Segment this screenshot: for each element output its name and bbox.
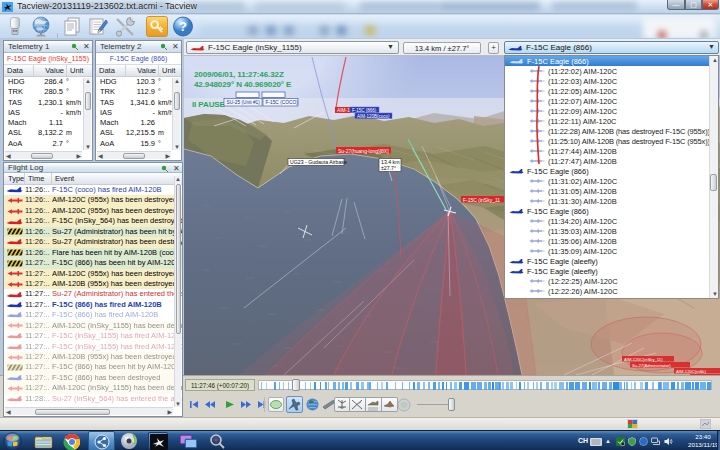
svg-text:±27.7°: ±27.7° — [381, 165, 396, 171]
svg-text:42.948029° N 40.969020° E: 42.948029° N 40.969020° E — [194, 80, 292, 89]
svg-text:AIM-120C(inSk): AIM-120C(inSk) — [676, 369, 706, 374]
svg-text:AIM-120B(coco): AIM-120B(coco) — [357, 114, 390, 119]
svg-text:F-15C (866): F-15C (866) — [352, 108, 377, 113]
svg-text:AIM-1: AIM-1 — [337, 108, 350, 113]
svg-text:Su-27(huang-long)[8X]: Su-27(huang-long)[8X] — [338, 148, 389, 154]
svg-text:SU-25 (Unit #1): SU-25 (Unit #1) — [227, 100, 261, 105]
svg-text:2009/06/01, 11:27:46.32Z: 2009/06/01, 11:27:46.32Z — [194, 70, 284, 79]
svg-text:UG23 - Gudauta Airbase: UG23 - Gudauta Airbase — [290, 159, 347, 165]
svg-text:II PAUSE: II PAUSE — [192, 100, 226, 109]
svg-text:F-15C (inSky_11: F-15C (inSky_11 — [463, 197, 500, 203]
svg-text:F-15C (COCO): F-15C (COCO) — [266, 100, 299, 105]
svg-text:AIM-120C(inSky_11): AIM-120C(inSky_11) — [624, 357, 663, 362]
svg-text:Su-27(Administrator): Su-27(Administrator) — [632, 363, 671, 368]
svg-text:?: ? — [179, 19, 187, 34]
